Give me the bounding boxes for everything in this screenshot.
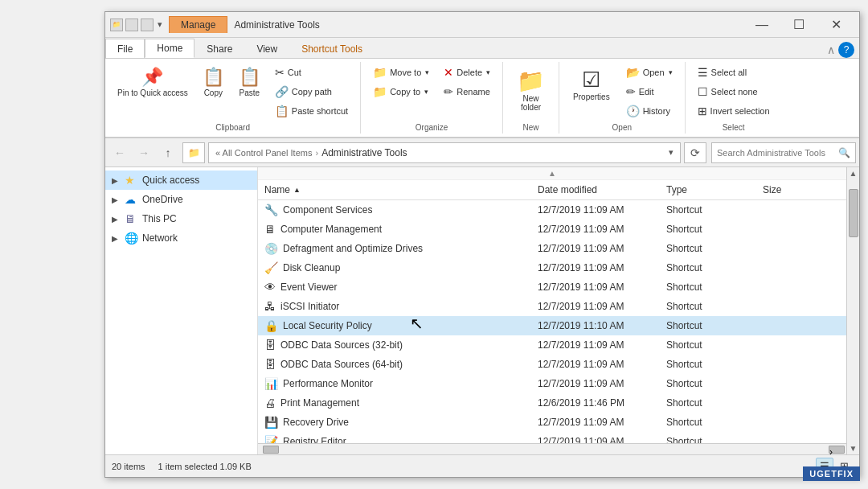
tab-home[interactable]: Home [145, 39, 194, 58]
rename-icon: ✏ [444, 85, 453, 98]
copy-button[interactable]: 📋 Copy [197, 64, 230, 101]
column-type[interactable]: Type [660, 182, 756, 198]
file-type-cell: Shortcut [660, 434, 756, 443]
file-type-cell: Shortcut [660, 376, 756, 391]
table-row[interactable]: 🔒 Local Security Policy 12/7/2019 11:10 … [258, 316, 846, 335]
ribbon-collapse-btn[interactable]: ∧ [827, 43, 835, 56]
table-row[interactable]: 🖥 Computer Management 12/7/2019 11:09 AM… [258, 220, 846, 239]
file-type-cell: Shortcut [660, 415, 756, 429]
open-arrow: ▾ [669, 68, 673, 76]
table-row[interactable]: 🖨 Print Management 12/6/2019 11:46 PM Sh… [258, 393, 846, 413]
tab-share[interactable]: Share [194, 39, 244, 58]
edit-button[interactable]: ✏ Edit [620, 83, 678, 101]
table-row[interactable]: 💿 Defragment and Optimize Drives 12/7/20… [258, 239, 846, 258]
quick-access-dropdown[interactable]: ▾ [158, 19, 162, 30]
scroll-left-area[interactable] [263, 446, 279, 454]
table-row[interactable]: 🖧 iSCSI Initiator 12/7/2019 11:09 AM Sho… [258, 297, 846, 316]
rename-button[interactable]: ✏ Rename [438, 83, 496, 101]
sidebar-item-onedrive[interactable]: ▶ ☁ OneDrive [105, 190, 257, 209]
table-row[interactable]: 💾 Recovery Drive 12/7/2019 11:09 AM Shor… [258, 413, 846, 432]
column-date[interactable]: Date modified [531, 182, 660, 198]
table-row[interactable]: 🔧 Component Services 12/7/2019 11:09 AM … [258, 200, 846, 220]
maximize-button[interactable]: ☐ [780, 12, 817, 38]
file-type-cell: Shortcut [660, 338, 756, 352]
new-folder-button[interactable]: 📁 Newfolder [510, 64, 552, 116]
copy-path-button[interactable]: 🔗 Copy path [269, 83, 354, 101]
open-label: Open [612, 120, 632, 132]
clipboard-label: Clipboard [215, 120, 250, 132]
horizontal-scrollbar[interactable]: › [258, 443, 846, 454]
new-group: 📁 Newfolder New [503, 62, 559, 134]
delete-label: Delete [457, 68, 482, 77]
column-size[interactable]: Size [756, 182, 805, 198]
select-all-icon: ☰ [698, 66, 708, 79]
edit-label: Edit [639, 87, 654, 97]
paste-button[interactable]: 📋 Paste [233, 64, 266, 101]
file-name-cell: 🔧 Component Services [258, 202, 531, 218]
select-all-button[interactable]: ☰ Select all [692, 64, 776, 81]
scroll-down-btn[interactable]: ▼ [848, 442, 859, 454]
edit-icon: ✏ [626, 85, 636, 98]
file-size-cell [756, 228, 805, 231]
table-row[interactable]: 📝 Registry Editor 12/7/2019 11:09 AM Sho… [258, 432, 846, 443]
scroll-up-area[interactable]: ▲ [258, 167, 846, 180]
table-row[interactable]: 👁 Event Viewer 12/7/2019 11:09 AM Shortc… [258, 277, 846, 297]
select-label: Select [723, 120, 745, 132]
sidebar: ▶ ★ Quick access ▶ ☁ OneDrive ▶ 🖥 This P… [105, 167, 258, 454]
file-date-cell: 12/7/2019 11:09 AM [531, 241, 660, 256]
tab-file[interactable]: File [105, 39, 145, 58]
column-name[interactable]: Name ▲ [258, 182, 531, 198]
properties-button[interactable]: ☑ Properties [566, 64, 617, 105]
close-button[interactable]: ✕ [817, 12, 854, 38]
open-button[interactable]: 📂 Open ▾ [620, 64, 678, 81]
tab-shortcut-tools[interactable]: Shortcut Tools [289, 39, 375, 58]
table-row[interactable]: 🗄 ODBC Data Sources (32-bit) 12/7/2019 1… [258, 335, 846, 355]
scroll-right-btn[interactable]: › [829, 446, 845, 454]
file-name: ODBC Data Sources (64-bit) [280, 359, 403, 370]
invert-selection-button[interactable]: ⊞ Invert selection [692, 102, 776, 120]
sidebar-item-quick-access[interactable]: ▶ ★ Quick access [105, 171, 257, 190]
pin-icon: 📌 [141, 67, 163, 88]
sidebar-quick-access-label: Quick access [142, 175, 199, 186]
table-row[interactable]: 🧹 Disk Cleanup 12/7/2019 11:09 AM Shortc… [258, 258, 846, 277]
pin-to-quick-access-button[interactable]: 📌 Pin to Quick access [112, 64, 194, 101]
file-name: Print Management [280, 397, 359, 409]
up-button[interactable]: ↑ [157, 142, 179, 164]
file-name-cell: 🧹 Disk Cleanup [258, 260, 531, 276]
copy-to-button[interactable]: 📁 Copy to ▾ [367, 83, 435, 101]
search-input[interactable] [717, 148, 838, 158]
title-icon-1: 📁 [110, 18, 123, 31]
help-button[interactable]: ? [838, 42, 854, 58]
address-dropdown-btn[interactable]: ▾ [669, 147, 674, 158]
refresh-button[interactable]: ⟳ [684, 142, 706, 163]
back-button[interactable]: ← [108, 142, 131, 164]
cut-button[interactable]: ✂ Cut [269, 64, 354, 81]
sidebar-item-this-pc[interactable]: ▶ 🖥 This PC [105, 209, 257, 228]
file-date-cell: 12/7/2019 11:09 AM [531, 299, 660, 314]
table-row[interactable]: 🗄 ODBC Data Sources (64-bit) 12/7/2019 1… [258, 355, 846, 374]
select-none-label: Select none [711, 87, 758, 97]
manage-tab-title[interactable]: Manage [169, 16, 227, 33]
scroll-up-btn[interactable]: ▲ [848, 167, 859, 179]
table-row[interactable]: 📊 Performance Monitor 12/7/2019 11:09 AM… [258, 374, 846, 393]
paste-shortcut-button[interactable]: 📋 Paste shortcut [269, 102, 354, 120]
select-none-button[interactable]: ☐ Select none [692, 83, 776, 101]
file-name-cell: 🗄 ODBC Data Sources (32-bit) [258, 337, 531, 353]
minimize-button[interactable]: — [743, 12, 780, 38]
history-button[interactable]: 🕐 History [620, 102, 678, 120]
tab-view[interactable]: View [244, 39, 289, 58]
vertical-scrollbar[interactable]: ▲ ▼ [846, 167, 859, 454]
explorer-window: 📁 ▾ Manage Administrative Tools — ☐ ✕ Fi… [104, 11, 860, 478]
forward-button[interactable]: → [133, 142, 155, 164]
file-icon: 🖧 [264, 300, 276, 313]
sidebar-item-network[interactable]: ▶ 🌐 Network [105, 228, 257, 248]
address-bar[interactable]: « All Control Panel Items › Administrati… [208, 142, 681, 163]
breadcrumb-2: Administrative Tools [321, 147, 407, 158]
open-group: ☑ Properties 📂 Open ▾ ✏ Edit 🕐 [559, 62, 686, 134]
delete-button[interactable]: ✕ Delete ▾ [438, 64, 496, 81]
file-size-cell [756, 421, 805, 424]
move-to-button[interactable]: 📁 Move to ▾ [367, 64, 435, 81]
file-name: iSCSI Initiator [280, 301, 339, 312]
new-folder-label: Newfolder [521, 94, 541, 112]
scroll-thumb[interactable] [849, 189, 858, 237]
